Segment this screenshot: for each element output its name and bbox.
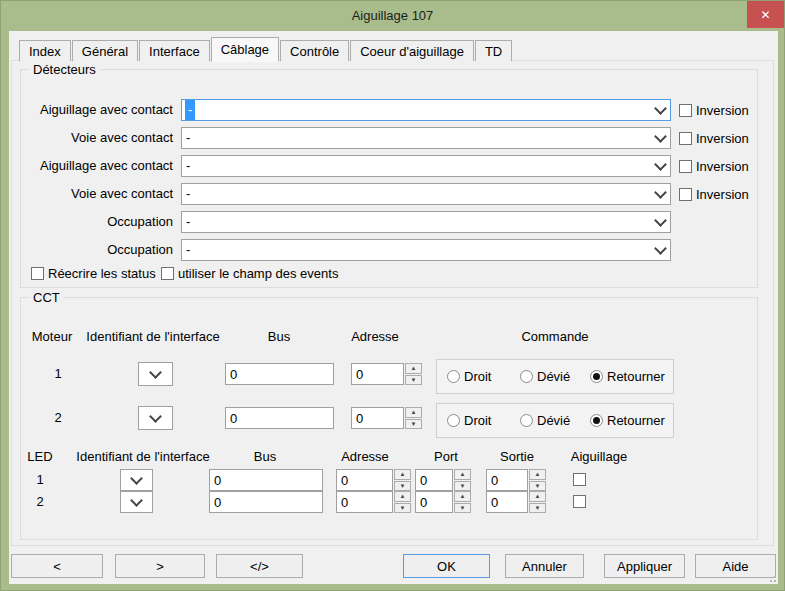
checkbox-icon[interactable] <box>679 160 692 173</box>
led-row-number: 1 <box>36 472 43 487</box>
led-port-input-1[interactable] <box>415 469 453 491</box>
spin-down-button[interactable]: ▼ <box>454 503 471 514</box>
led-port-spinner-2[interactable]: ▲ ▼ <box>415 491 471 513</box>
checkbox-icon[interactable] <box>31 267 44 280</box>
chevron-down-icon[interactable] <box>650 192 670 197</box>
radio-droit-2[interactable]: Droit <box>447 413 491 428</box>
tab-cablage[interactable]: Câblage <box>211 37 279 62</box>
led-port-spinner-1[interactable]: ▲ ▼ <box>415 469 471 491</box>
led-bus-field-2[interactable] <box>209 491 323 513</box>
led-sortie-spinner-2[interactable]: ▲ ▼ <box>486 491 546 513</box>
checkbox-icon[interactable] <box>161 267 174 280</box>
apply-button[interactable]: Appliquer <box>604 554 685 578</box>
motor-interface-combo-1[interactable] <box>138 362 173 386</box>
radio-icon[interactable] <box>520 370 533 383</box>
chevron-down-icon[interactable] <box>650 164 670 169</box>
title-bar[interactable]: Aiguillage 107 ✕ <box>1 1 784 31</box>
prev-button[interactable]: < <box>11 554 103 578</box>
spin-down-button[interactable]: ▼ <box>394 481 411 492</box>
code-button[interactable]: </> <box>216 554 303 578</box>
detector-combo-4[interactable]: - <box>181 183 671 205</box>
inversion-checkbox-1[interactable]: Inversion <box>679 103 749 118</box>
led-interface-combo-1[interactable] <box>120 469 153 491</box>
led-sortie-input-2[interactable] <box>486 491 528 513</box>
led-sortie-input-1[interactable] <box>486 469 528 491</box>
spin-down-button[interactable]: ▼ <box>405 375 422 386</box>
radio-retourner-1[interactable]: Retourner <box>590 369 665 384</box>
spin-up-button[interactable]: ▲ <box>405 363 422 374</box>
led-sortie-spinner-1[interactable]: ▲ ▼ <box>486 469 546 491</box>
motor-bus-input-2[interactable] <box>225 407 334 429</box>
motor-adresse-spinner-2[interactable]: ▲ ▼ <box>351 407 422 429</box>
close-button[interactable]: ✕ <box>747 1 784 28</box>
tab-controle[interactable]: Contrôle <box>280 40 349 61</box>
led-bus-field-1[interactable] <box>209 469 323 491</box>
ok-button[interactable]: OK <box>403 554 490 578</box>
tab-interface[interactable]: Interface <box>139 40 210 61</box>
spin-up-button[interactable]: ▲ <box>529 469 546 480</box>
radio-icon[interactable] <box>447 370 460 383</box>
led-aiguillage-checkbox-2[interactable] <box>573 495 586 508</box>
led-adresse-spinner-1[interactable]: ▲ ▼ <box>336 469 411 491</box>
led-port-input-2[interactable] <box>415 491 453 513</box>
led-adresse-input-2[interactable] <box>336 491 393 513</box>
motor-bus-input-1[interactable] <box>225 363 334 385</box>
detector-combo-1[interactable]: - <box>181 99 671 121</box>
chevron-down-icon[interactable] <box>650 136 670 141</box>
chevron-down-icon[interactable] <box>650 108 670 113</box>
spin-down-button[interactable]: ▼ <box>529 503 546 514</box>
rewrite-status-checkbox[interactable]: Réecrire les status <box>31 266 156 281</box>
checkbox-icon[interactable] <box>679 104 692 117</box>
radio-icon[interactable] <box>447 414 460 427</box>
checkbox-icon[interactable] <box>679 132 692 145</box>
spin-up-button[interactable]: ▲ <box>394 491 411 502</box>
tab-td[interactable]: TD <box>475 40 512 61</box>
motor-bus-field-2[interactable] <box>225 407 334 429</box>
inversion-checkbox-4[interactable]: Inversion <box>679 187 749 202</box>
led-bus-input-2[interactable] <box>209 491 323 513</box>
radio-icon[interactable] <box>520 414 533 427</box>
detector-combo-6[interactable]: - <box>181 239 671 261</box>
cancel-button[interactable]: Annuler <box>505 554 584 578</box>
led-bus-input-1[interactable] <box>209 469 323 491</box>
motor-adresse-spinner-1[interactable]: ▲ ▼ <box>351 363 422 385</box>
spin-up-button[interactable]: ▲ <box>454 491 471 502</box>
spin-down-button[interactable]: ▼ <box>394 503 411 514</box>
chevron-down-icon[interactable] <box>650 220 670 225</box>
chevron-down-icon[interactable] <box>650 248 670 253</box>
motor-bus-field-1[interactable] <box>225 363 334 385</box>
detector-combo-2[interactable]: - <box>181 127 671 149</box>
radio-retourner-2[interactable]: Retourner <box>590 413 665 428</box>
inversion-checkbox-2[interactable]: Inversion <box>679 131 749 146</box>
radio-devie-1[interactable]: Dévié <box>520 369 570 384</box>
tab-index[interactable]: Index <box>19 40 71 61</box>
resize-grip[interactable] <box>766 572 776 582</box>
motor-adresse-input-1[interactable] <box>351 363 404 385</box>
radio-droit-1[interactable]: Droit <box>447 369 491 384</box>
radio-devie-2[interactable]: Dévié <box>520 413 570 428</box>
motor-adresse-input-2[interactable] <box>351 407 404 429</box>
spin-down-button[interactable]: ▼ <box>529 481 546 492</box>
spin-up-button[interactable]: ▲ <box>405 407 422 418</box>
led-interface-combo-2[interactable] <box>120 491 153 513</box>
checkbox-icon[interactable] <box>679 188 692 201</box>
spin-up-button[interactable]: ▲ <box>529 491 546 502</box>
help-button[interactable]: Aide <box>695 554 776 578</box>
detector-combo-5[interactable]: - <box>181 211 671 233</box>
motor-interface-combo-2[interactable] <box>138 406 173 430</box>
next-button[interactable]: > <box>115 554 205 578</box>
spin-up-button[interactable]: ▲ <box>454 469 471 480</box>
tab-general[interactable]: Général <box>72 40 138 61</box>
led-aiguillage-checkbox-1[interactable] <box>573 473 586 486</box>
use-events-checkbox[interactable]: utiliser le champ des events <box>161 266 338 281</box>
spin-up-button[interactable]: ▲ <box>394 469 411 480</box>
led-adresse-input-1[interactable] <box>336 469 393 491</box>
spin-down-button[interactable]: ▼ <box>405 419 422 430</box>
radio-checked-icon[interactable] <box>590 414 603 427</box>
detector-combo-3[interactable]: - <box>181 155 671 177</box>
led-adresse-spinner-2[interactable]: ▲ ▼ <box>336 491 411 513</box>
tab-coeur-aiguillage[interactable]: Coeur d'aiguillage <box>350 40 474 61</box>
inversion-checkbox-3[interactable]: Inversion <box>679 159 749 174</box>
radio-checked-icon[interactable] <box>590 370 603 383</box>
spin-down-button[interactable]: ▼ <box>454 481 471 492</box>
